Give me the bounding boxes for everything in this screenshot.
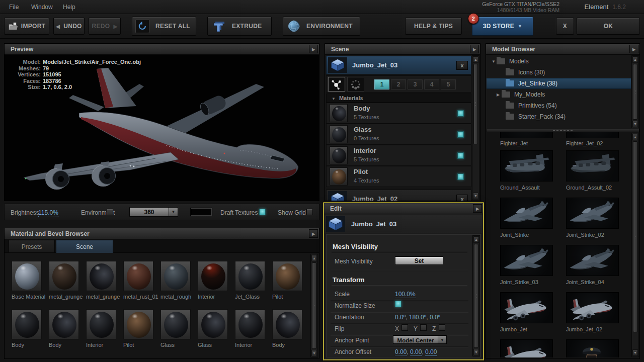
scroll-down-icon[interactable]: ▼	[311, 350, 317, 356]
orientation-x-value[interactable]: 0.0º	[395, 314, 406, 321]
material-swatch[interactable]: metal_rough	[160, 261, 196, 300]
anchor-offset-z-value[interactable]: 0.00	[425, 348, 437, 356]
show-grid-checkbox[interactable]	[306, 209, 313, 215]
flip-y-checkbox[interactable]	[420, 324, 427, 331]
environment-checkbox[interactable]	[107, 209, 113, 215]
material-swatch[interactable]: Body	[272, 309, 307, 348]
remove-item-button[interactable]: x	[456, 61, 468, 70]
help-tips-button[interactable]: HELP & TIPS	[405, 18, 462, 35]
tree-item-primitives[interactable]: Primitives (54)	[487, 100, 631, 111]
model-thumb[interactable]	[566, 132, 619, 138]
scene-scrollbar[interactable]: ▲ ▼	[472, 55, 479, 200]
flip-x-checkbox[interactable]	[401, 324, 408, 331]
preview-viewport[interactable]: Model:Models/Jet_Strike/Air_Force_One.ob…	[5, 55, 319, 201]
model-thumb[interactable]	[500, 339, 553, 357]
reset-all-button[interactable]: RESET ALL	[132, 17, 196, 36]
extrude-button[interactable]: EXTRUDE	[207, 17, 272, 36]
redo-button[interactable]: REDO ▶	[89, 18, 121, 35]
model-thumb[interactable]	[500, 245, 553, 276]
rotation-dropdown[interactable]: 360 ▼	[129, 207, 178, 217]
ok-button[interactable]: OK	[577, 18, 640, 35]
material-swatch[interactable]: Interior	[198, 261, 233, 300]
material-swatch[interactable]: Base Material	[12, 261, 47, 300]
scrollbar-thumb[interactable]	[474, 244, 478, 348]
scroll-up-icon[interactable]: ▲	[311, 255, 317, 261]
normalize-size-checkbox[interactable]	[395, 301, 401, 307]
material-swatch[interactable]: Interior	[235, 309, 270, 348]
scroll-up-icon[interactable]: ▲	[473, 56, 478, 63]
scene-material-row[interactable]: Body5 Textures	[326, 103, 471, 124]
environment-button[interactable]: ENVIRONMENT	[283, 17, 360, 36]
scene-material-row[interactable]: Interior5 Textures	[326, 145, 471, 166]
menu-file[interactable]: File	[9, 4, 19, 11]
scroll-down-icon[interactable]: ▼	[473, 349, 479, 355]
flip-z-checkbox[interactable]	[439, 324, 445, 331]
scroll-down-icon[interactable]: ▼	[473, 193, 478, 199]
material-swatch[interactable]: Glass	[160, 309, 196, 348]
edit-scrollbar[interactable]: ▲ ▼	[472, 235, 480, 356]
thumbnails-scrollbar[interactable]: ▲ ▼	[631, 133, 639, 357]
model-thumb[interactable]	[566, 245, 619, 276]
group-5-button[interactable]: 5	[441, 79, 456, 89]
scene-item-partial[interactable]: Jumbo_Jet_02 x	[326, 190, 471, 201]
scene-material-row[interactable]: Pilot4 Textures	[326, 166, 471, 187]
material-swatch[interactable]: metal_rust_01	[123, 261, 158, 300]
material-swatch[interactable]: Interior	[86, 309, 121, 348]
material-grid-scrollbar[interactable]: ▲ ▼	[310, 254, 318, 357]
scene-item-selected[interactable]: Jumbo_Jet_03 x	[326, 56, 471, 74]
materials-section-header[interactable]: ▼Materials	[326, 94, 471, 103]
material-swatch[interactable]: Jet_Glass	[235, 261, 270, 300]
model-thumb[interactable]	[500, 150, 553, 182]
draft-textures-checkbox[interactable]	[259, 209, 266, 215]
anchor-offset-y-value[interactable]: 0.00	[410, 348, 422, 356]
scrollbar-thumb[interactable]	[473, 64, 478, 144]
material-enabled-checkbox[interactable]	[457, 173, 464, 180]
model-thumb[interactable]	[566, 150, 619, 182]
set-button[interactable]: Set	[395, 256, 443, 265]
tree-item-icons[interactable]: Icons (30)	[487, 67, 631, 78]
remove-item-button[interactable]: x	[456, 195, 468, 201]
orientation-y-value[interactable]: 180.0º	[409, 314, 426, 321]
material-browser-collapse-icon[interactable]: ▶	[309, 229, 318, 238]
material-swatch[interactable]: Body	[49, 309, 84, 348]
menu-window[interactable]: Window	[31, 4, 53, 11]
tree-item-jet-strike[interactable]: Jet_Strike (38)	[487, 78, 631, 89]
tab-scene[interactable]: Scene	[56, 240, 113, 253]
scrollbar-thumb[interactable]	[312, 262, 316, 349]
material-enabled-checkbox[interactable]	[457, 131, 464, 138]
group-3-button[interactable]: 3	[408, 79, 423, 89]
background-color-swatch[interactable]	[191, 208, 212, 216]
material-enabled-checkbox[interactable]	[457, 110, 464, 117]
tree-item-models[interactable]: ▼ Models	[487, 56, 631, 67]
model-browser-collapse-icon[interactable]: ▶	[629, 45, 638, 53]
tree-scrollbar[interactable]: ▲ ▼	[631, 55, 639, 128]
scroll-up-icon[interactable]: ▲	[473, 236, 479, 243]
model-thumb[interactable]	[566, 292, 619, 323]
scrollbar-thumb[interactable]	[633, 64, 637, 120]
material-swatch[interactable]: Pilot	[123, 309, 158, 348]
menu-help[interactable]: Help	[63, 4, 75, 11]
import-button[interactable]: IMPORT	[4, 18, 49, 35]
panel-splitter[interactable]	[486, 129, 639, 132]
expanded-triangle-icon[interactable]: ▼	[492, 59, 497, 64]
scale-value[interactable]: 100.0%	[395, 291, 416, 298]
model-thumb[interactable]	[500, 198, 553, 229]
scene-collapse-icon[interactable]: ▶	[470, 45, 479, 53]
orientation-z-value[interactable]: 0.0º	[430, 314, 440, 321]
material-swatch[interactable]: Glass	[198, 309, 233, 348]
collapsed-triangle-icon[interactable]: ▶	[497, 93, 502, 97]
model-thumb[interactable]	[500, 132, 553, 138]
preview-collapse-icon[interactable]: ▶	[309, 45, 318, 53]
undo-button[interactable]: ◀ UNDO	[53, 18, 85, 35]
group-4-button[interactable]: 4	[424, 79, 439, 89]
scroll-down-icon[interactable]: ▼	[632, 349, 638, 356]
tree-item-my-models[interactable]: ▶ My_Models	[487, 89, 631, 100]
tab-presets[interactable]: Presets	[9, 240, 55, 253]
material-swatch[interactable]: metal_grunge	[86, 261, 121, 300]
group-1-button[interactable]: 1	[374, 79, 389, 89]
model-thumb[interactable]	[566, 339, 619, 357]
material-enabled-checkbox[interactable]	[457, 152, 464, 159]
close-button[interactable]: X	[556, 18, 574, 35]
anchor-point-dropdown[interactable]: Model Center ▼	[393, 335, 447, 344]
store-button[interactable]: 2 3D STORE ▼	[472, 17, 533, 36]
